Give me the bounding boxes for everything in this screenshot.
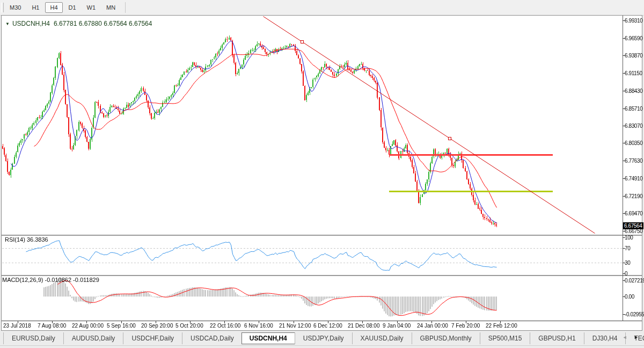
rsi-axis-label: 70 <box>625 245 630 251</box>
price-axis-label: 6.88430 <box>625 88 642 94</box>
time-axis-label: 23 Jul 2018 <box>3 323 31 329</box>
price-axis-label: 6.83070 <box>625 123 642 129</box>
macd-axis-label: 0.027219 <box>625 278 644 284</box>
toolbar-grip[interactable] <box>1 3 4 12</box>
tab-audusd-daily[interactable]: AUDUSD,Daily <box>63 332 123 344</box>
bottom-strip <box>0 345 644 348</box>
tab-usdcad-daily[interactable]: USDCAD,Daily <box>182 332 242 344</box>
chart-title: ▼USDCNH,H46.67781 6.67880 6.67564 6.6756… <box>5 20 152 27</box>
tab-usdjpy-daily[interactable]: USDJPY,Daily <box>295 332 352 344</box>
price-axis-label: 6.66750 <box>625 228 642 234</box>
chart-ohlc-values: 6.67781 6.67880 6.67564 6.67564 <box>54 20 152 27</box>
price-axis-label: 6.80350 <box>625 140 642 146</box>
tab-scroll-arrows: ◄ ► <box>617 335 639 340</box>
symbol-tab-bar: EURUSD,DailyAUDUSD,DailyUSDCHF,DailyUSDC… <box>0 331 644 345</box>
timeframe-toolbar: M30H1H4D1W1MN <box>0 0 644 16</box>
price-axis-label: 6.72190 <box>625 193 642 199</box>
tab-usdcnh-h4[interactable]: USDCNH,H4 <box>241 332 295 344</box>
timeframe-mn[interactable]: MN <box>101 2 120 13</box>
tab-eurusd-daily[interactable]: EURUSD,Daily <box>3 332 63 344</box>
macd-label: MACD(12,26,9) -0.010862 -0.011829 <box>2 277 99 283</box>
time-axis-label: 22 Feb 12:00 <box>486 323 517 329</box>
rsi-label: RSI(14) 36.3836 <box>5 236 48 243</box>
macd-axis-label: -0.029558 <box>625 311 644 317</box>
time-axis-label: 21 Dec 08:00 <box>348 323 380 329</box>
price-axis-label: 6.91150 <box>625 70 642 76</box>
tab-scroll-left-icon[interactable]: ◄ <box>623 335 627 340</box>
toolbar-separator <box>125 2 126 13</box>
time-axis-label: 24 Jan 00:00 <box>417 323 448 329</box>
timeframe-h1[interactable]: H1 <box>27 2 44 13</box>
timeframe-m30[interactable]: M30 <box>5 2 26 13</box>
time-axis-label: 22 Aug 00:00 <box>72 323 104 329</box>
symbol-tabs: EURUSD,DailyAUDUSD,DailyUSDCHF,DailyUSDC… <box>3 332 644 345</box>
time-axis-label: 21 Nov 12:00 <box>279 323 311 329</box>
tab-gbpusd-monthly[interactable]: GBPUSD,Monthly <box>412 332 480 344</box>
tab-usdchf-daily[interactable]: USDCHF,Daily <box>123 332 182 344</box>
chart-canvas[interactable] <box>2 16 642 330</box>
time-axis-label: 9 Jan 04:00 <box>383 323 411 329</box>
price-axis-label: 6.96590 <box>625 35 642 41</box>
tab-sp500-m15[interactable]: SP500,M15 <box>480 332 530 344</box>
price-axis-label: 6.85710 <box>625 106 642 112</box>
timeframe-w1[interactable]: W1 <box>82 2 101 13</box>
price-axis-label: 6.74910 <box>625 176 642 182</box>
price-axis-label: 6.69470 <box>625 211 642 216</box>
chart-symbol-period: USDCNH,H4 <box>12 20 50 27</box>
time-axis-label: 6 Nov 16:00 <box>244 323 273 329</box>
tab-scroll-right-icon[interactable]: ► <box>634 335 639 340</box>
tab-gbpusd-h1[interactable]: GBPUSD,H1 <box>530 332 583 344</box>
rsi-axis-label: 100 <box>625 235 633 241</box>
tab-xauusd-daily[interactable]: XAUUSD,Daily <box>352 332 412 344</box>
timeframe-buttons: M30H1H4D1W1MN <box>4 2 126 13</box>
timeframe-h4[interactable]: H4 <box>45 2 62 13</box>
rsi-axis-label: 30 <box>625 260 630 266</box>
time-axis-label: 5 Oct 20:00 <box>175 323 203 329</box>
time-axis-label: 5 Sep 16:00 <box>107 323 136 329</box>
time-axis-label: 7 Feb 20:00 <box>451 323 480 329</box>
chevron-down-icon[interactable]: ▼ <box>5 21 10 26</box>
time-axis-label: 7 Aug 08:00 <box>38 323 66 329</box>
rsi-axis-label: 0 <box>625 271 627 277</box>
price-axis-label: 6.77630 <box>625 158 642 164</box>
price-axis-label: 6.99310 <box>625 18 642 24</box>
timeframe-d1[interactable]: D1 <box>64 2 81 13</box>
price-axis-label: 6.93870 <box>625 53 642 59</box>
time-axis-label: 22 Oct 16:00 <box>210 323 240 329</box>
time-axis-label: 6 Dec 12:00 <box>313 323 342 329</box>
time-axis-label: 20 Sep 20:00 <box>141 323 173 329</box>
macd-axis-label: 0.00 <box>625 294 634 300</box>
chart-window: ▼USDCNH,H46.67781 6.67880 6.67564 6.6756… <box>1 15 642 331</box>
